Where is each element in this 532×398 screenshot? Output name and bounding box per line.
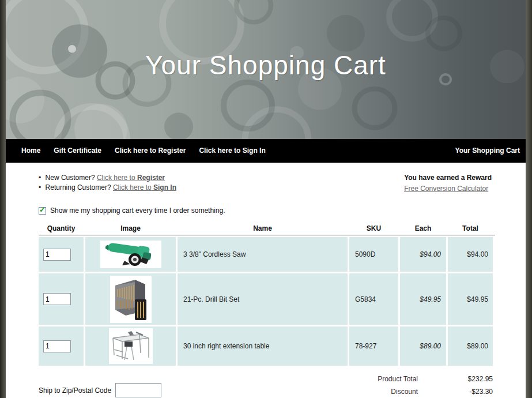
cordless-saw-image	[100, 241, 161, 268]
zip-code-input[interactable]	[115, 383, 161, 397]
intro-row: • New Customer? Click here to Register •…	[39, 173, 493, 194]
quantity-cell	[39, 326, 84, 366]
main-nav: Home Gift Certificate Click here to Regi…	[6, 139, 526, 163]
content-area: Your Shopping Cart Home Gift Certificate…	[6, 0, 526, 398]
discount-row: Discount -$23.30	[323, 385, 493, 398]
left-page-edge	[0, 0, 6, 398]
table-row: 30 inch right extension table 78-927 $89…	[39, 326, 495, 366]
new-customer-line: • New Customer? Click here to Register	[39, 173, 176, 183]
product-each-price: $49.95	[400, 273, 446, 325]
discount-value: -$23.30	[418, 388, 493, 396]
header-total: Total	[448, 224, 493, 235]
header-image: Image	[85, 224, 176, 235]
product-total-value: $232.95	[418, 375, 493, 383]
image-cell	[85, 326, 176, 366]
reward-block: You have earned a Reward Free Conversion…	[404, 173, 492, 194]
product-total-price: $94.00	[448, 237, 493, 272]
product-total-label: Product Total	[323, 375, 418, 383]
right-page-edge	[526, 0, 532, 398]
bullet-icon: •	[39, 174, 41, 182]
extension-table-image	[109, 328, 153, 364]
register-link[interactable]: Click here to Register	[97, 174, 165, 182]
product-name: 21-Pc. Drill Bit Set	[178, 273, 348, 325]
nav-item-sign-in[interactable]: Click here to Sign In	[199, 147, 265, 155]
quantity-cell	[39, 237, 84, 272]
nav-item-gift-certificate[interactable]: Gift Certificate	[54, 147, 101, 155]
conversion-calculator-link[interactable]: Free Conversion Calculator	[404, 183, 488, 194]
header-each: Each	[400, 224, 446, 235]
show-cart-label: Show me my shopping cart every time I or…	[50, 206, 225, 215]
product-sku: 78-927	[349, 326, 398, 366]
header-name: Name	[178, 224, 348, 235]
banner: Your Shopping Cart	[6, 0, 526, 139]
header-quantity: Quantity	[39, 224, 84, 235]
nav-item-home[interactable]: Home	[21, 147, 40, 155]
product-total-price: $89.00	[448, 326, 493, 366]
product-name: 30 inch right extension table	[178, 326, 348, 366]
discount-label: Discount	[323, 388, 418, 396]
returning-customer-label: Returning Customer?	[46, 183, 111, 192]
header-divider	[39, 235, 495, 235]
checkmark-icon: ✓	[39, 206, 46, 213]
product-each-price: $89.00	[400, 326, 446, 366]
quantity-input-row3[interactable]	[43, 340, 71, 352]
product-total-row: Product Total $232.95	[323, 373, 493, 385]
cart-preference-row: ✓ Show me my shopping cart every time I …	[39, 206, 493, 215]
ship-to-zip-row: Ship to Zip/Postal Code	[39, 382, 161, 398]
nav-item-shopping-cart[interactable]: Your Shopping Cart	[455, 147, 520, 155]
page: Your Shopping Cart Home Gift Certificate…	[0, 0, 532, 398]
product-each-price: $94.00	[400, 237, 446, 272]
customer-links: • New Customer? Click here to Register •…	[39, 173, 176, 193]
quantity-input-row1[interactable]	[43, 249, 71, 261]
returning-customer-line: • Returning Customer? Click here to Sign…	[39, 183, 176, 193]
table-header-row: Quantity Image Name SKU Each Total	[39, 224, 495, 235]
drill-bit-set-image	[110, 276, 152, 323]
show-cart-checkbox[interactable]: ✓	[39, 207, 46, 215]
bullet-icon: •	[39, 183, 41, 192]
ship-to-zip-label: Ship to Zip/Postal Code	[39, 386, 111, 395]
page-title: Your Shopping Cart	[6, 50, 526, 81]
table-row: 3 3/8" Cordless Saw 5090D $94.00 $94.00	[39, 237, 495, 272]
cart-table: Quantity Image Name SKU Each Total	[39, 224, 495, 366]
cart-footer: Ship to Zip/Postal Code Product Total $2…	[39, 373, 493, 398]
product-sku: 5090D	[349, 237, 398, 272]
product-name: 3 3/8" Cordless Saw	[178, 237, 348, 272]
quantity-cell	[39, 273, 84, 325]
image-cell	[85, 237, 176, 272]
product-sku: G5834	[349, 273, 398, 325]
header-sku: SKU	[349, 224, 398, 235]
sign-in-link[interactable]: Click here to Sign In	[113, 183, 176, 192]
product-total-price: $49.95	[448, 273, 493, 325]
table-row: 21-Pc. Drill Bit Set G5834 $49.95 $49.95	[39, 273, 495, 325]
new-customer-label: New Customer?	[46, 174, 95, 182]
reward-message: You have earned a Reward	[404, 173, 492, 183]
nav-item-register[interactable]: Click here to Register	[115, 147, 186, 155]
image-cell	[85, 273, 176, 325]
main-content: • New Customer? Click here to Register •…	[6, 163, 526, 398]
quantity-input-row2[interactable]	[43, 293, 71, 305]
totals-block: Product Total $232.95 Discount -$23.30	[323, 373, 493, 398]
